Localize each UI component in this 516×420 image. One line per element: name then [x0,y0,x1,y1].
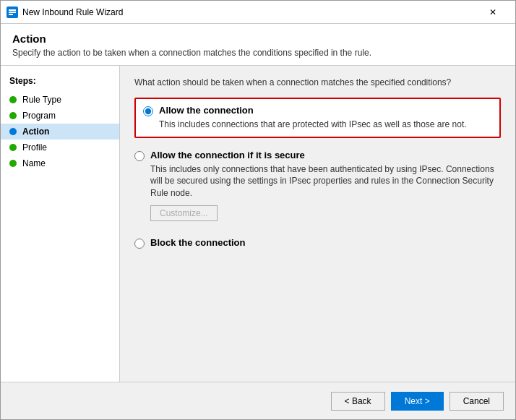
window-title: New Inbound Rule Wizard [22,7,476,17]
svg-rect-1 [9,9,16,11]
question-text: What action should be taken when a conne… [134,77,501,87]
sidebar-item-program[interactable]: Program [1,108,119,124]
option-allow-secure-row: Allow the connection if it is secure [134,150,501,162]
svg-rect-2 [9,12,16,13]
content-area: Steps: Rule Type Program Action Profile … [1,66,515,382]
sidebar-label-program: Program [22,111,56,121]
customize-button[interactable]: Customize... [150,205,218,221]
header-section: Action Specify the action to be taken wh… [1,24,515,66]
sidebar-label-name: Name [22,158,46,168]
option-allow-block: Allow the connection This includes conne… [134,98,501,138]
title-bar: New Inbound Rule Wizard ✕ [1,1,515,24]
option-block-block: Block the connection [134,233,501,254]
sidebar: Steps: Rule Type Program Action Profile … [1,66,120,382]
radio-allow-secure[interactable] [134,151,145,161]
sidebar-label-profile: Profile [22,142,47,153]
sidebar-item-profile[interactable]: Profile [1,140,119,155]
step-dot-profile [9,144,17,151]
step-dot-rule-type [9,96,17,103]
close-button[interactable]: ✕ [476,1,509,24]
footer: < Back Next > Cancel [1,382,515,419]
step-dot-name [9,160,17,167]
next-button[interactable]: Next > [391,392,444,411]
option-allow-secure-desc: This includes only connections that have… [150,163,501,200]
option-allow-secure-block: Allow the connection if it is secure Thi… [134,145,501,226]
back-button[interactable]: < Back [331,392,385,411]
options-area: Allow the connection This includes conne… [134,98,501,254]
main-panel: What action should be taken when a conne… [120,66,515,382]
cancel-button[interactable]: Cancel [450,392,504,411]
option-allow-label[interactable]: Allow the connection [159,105,254,117]
option-block-row: Block the connection [134,237,501,249]
step-dot-action [9,128,17,135]
option-block-label[interactable]: Block the connection [150,237,245,249]
radio-block[interactable] [134,239,145,249]
option-allow-desc: This includes connections that are prote… [159,119,492,131]
page-description: Specify the action to be taken when a co… [12,48,504,58]
sidebar-label-action: Action [22,127,49,137]
option-allow-secure-label[interactable]: Allow the connection if it is secure [150,150,305,162]
page-title: Action [12,33,504,45]
window-icon [7,7,18,18]
svg-rect-3 [9,14,13,15]
sidebar-label-rule-type: Rule Type [22,95,61,105]
sidebar-item-name[interactable]: Name [1,155,119,171]
step-dot-program [9,112,17,119]
radio-allow[interactable] [143,106,153,116]
wizard-window: New Inbound Rule Wizard ✕ Action Specify… [0,0,516,420]
option-allow-row: Allow the connection [143,105,492,117]
steps-label: Steps: [1,73,119,92]
sidebar-item-rule-type[interactable]: Rule Type [1,92,119,108]
sidebar-item-action[interactable]: Action [1,124,119,140]
